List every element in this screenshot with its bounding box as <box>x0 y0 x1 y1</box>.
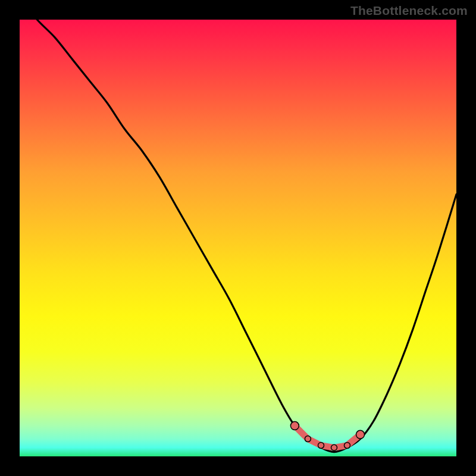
bottleneck-curve <box>20 20 456 452</box>
valley-marker <box>356 430 365 439</box>
valley-connector <box>295 426 360 448</box>
valley-marker <box>290 422 299 430</box>
valley-marker <box>305 436 311 442</box>
bottleneck-curve-svg <box>20 20 456 456</box>
valley-marker <box>345 443 350 449</box>
highlight-markers <box>290 422 364 451</box>
valley-marker <box>318 443 324 449</box>
chart-frame: TheBottleneck.com <box>0 0 476 476</box>
valley-marker <box>331 444 337 450</box>
watermark: TheBottleneck.com <box>350 4 468 18</box>
plot-area <box>20 20 456 456</box>
